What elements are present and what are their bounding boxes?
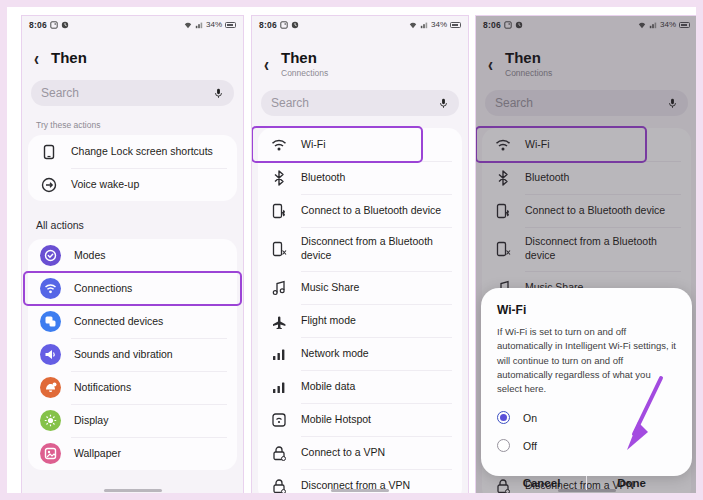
signal-bars-icon <box>270 345 288 363</box>
wifi-icon <box>270 136 288 154</box>
wifi-status-icon <box>184 21 192 29</box>
notifications-icon <box>40 377 61 398</box>
section-label-try: Try these actions <box>36 120 243 130</box>
screenshot-canvas: 8:06 34% ‹ Then Search Try these actions… <box>0 0 703 500</box>
cancel-button[interactable]: Cancel <box>497 470 586 496</box>
wifi-status-icon <box>409 21 417 29</box>
bluetooth-disconnect-icon <box>270 240 288 258</box>
list-item-label: Connect to a VPN <box>301 438 385 468</box>
connections-wifi-icon <box>40 278 61 299</box>
list-item-label: Connections <box>74 274 132 304</box>
list-item-label: Wallpaper <box>74 439 121 469</box>
list-item[interactable]: Flight mode <box>258 304 462 337</box>
list-item[interactable]: Modes <box>28 239 237 272</box>
list-item-label: Connected devices <box>74 307 163 337</box>
list-item[interactable]: Wallpaper <box>28 437 237 470</box>
microphone-icon[interactable] <box>438 98 449 109</box>
wallpaper-icon <box>40 443 61 464</box>
display-sun-icon <box>40 410 61 431</box>
status-time: 8:06 <box>29 20 47 30</box>
list-item[interactable]: Voice wake-up <box>28 168 237 201</box>
list-item-label: Mobile data <box>301 372 355 402</box>
list-item[interactable]: Mobile data <box>258 370 462 403</box>
back-chevron-icon[interactable]: ‹ <box>34 47 39 68</box>
list-item[interactable]: Network mode <box>258 337 462 370</box>
list-item[interactable]: Notifications <box>28 371 237 404</box>
list-item[interactable]: Connections <box>28 272 237 305</box>
dialog-body-text: If Wi-Fi is set to turn on and off autom… <box>497 325 676 396</box>
list-item[interactable]: Display <box>28 404 237 437</box>
list-item[interactable]: Mobile Hotspot <box>258 403 462 436</box>
vpn-lock-icon <box>270 444 288 462</box>
battery-percent: 34% <box>431 20 447 29</box>
bluetooth-connect-icon <box>270 202 288 220</box>
battery-icon <box>225 22 236 28</box>
radio-option-on[interactable]: On <box>497 411 676 424</box>
page-title: Then <box>51 49 87 66</box>
list-item[interactable]: Disconnect from a Bluetooth device <box>258 227 462 271</box>
vpn-lock-icon <box>270 477 288 495</box>
gesture-bar[interactable] <box>104 489 162 493</box>
radio-option-off[interactable]: Off <box>497 439 676 452</box>
radio-unselected-icon[interactable] <box>497 439 510 452</box>
radio-selected-icon[interactable] <box>497 411 510 424</box>
status-bar: 8:06 34% <box>22 16 243 33</box>
hotspot-icon <box>270 411 288 429</box>
done-button[interactable]: Done <box>587 470 676 496</box>
clock-app-icon <box>291 21 299 29</box>
list-item[interactable]: Sounds and vibration <box>28 338 237 371</box>
dialog-buttons: Cancel Done <box>497 470 676 496</box>
signal-status-icon <box>195 21 203 29</box>
gallery-icon <box>280 21 288 29</box>
list-item-label: Modes <box>74 241 106 271</box>
modes-icon <box>40 245 61 266</box>
status-time: 8:06 <box>259 20 277 30</box>
list-item[interactable]: Bluetooth <box>258 161 462 194</box>
list-item[interactable]: Connected devices <box>28 305 237 338</box>
list-item-label: Bluetooth <box>301 163 345 193</box>
back-chevron-icon[interactable]: ‹ <box>264 53 269 74</box>
bluetooth-icon <box>270 169 288 187</box>
clock-app-icon <box>61 21 69 29</box>
header: ‹ Then <box>22 33 243 76</box>
radio-label: Off <box>523 440 537 452</box>
list-item-label: Sounds and vibration <box>74 340 173 370</box>
signal-status-icon <box>420 21 428 29</box>
battery-percent: 34% <box>206 20 222 29</box>
list-item-label: Connect to a Bluetooth device <box>301 196 441 226</box>
list-item-label: Display <box>74 406 108 436</box>
phone-screen-then-actions: 8:06 34% ‹ Then Search Try these actions… <box>21 15 244 499</box>
signal-bars-icon <box>270 378 288 396</box>
section-label-all: All actions <box>36 219 243 231</box>
search-input[interactable]: Search <box>31 80 234 106</box>
wifi-dialog: Wi-Fi If Wi-Fi is set to turn on and off… <box>481 288 692 476</box>
battery-icon <box>450 22 461 28</box>
list-item[interactable]: Music Share <box>258 271 462 304</box>
list-item-label: Mobile Hotspot <box>301 405 371 435</box>
list-item-label: Wi-Fi <box>301 130 326 160</box>
music-share-icon <box>270 279 288 297</box>
list-item-label: Flight mode <box>301 306 356 336</box>
list-item-label: Disconnect from a Bluetooth device <box>301 227 450 270</box>
list-item-label: Music Share <box>301 273 359 303</box>
page-subtitle: Connections <box>281 68 328 78</box>
list-item[interactable]: Change Lock screen shortcuts <box>28 135 237 168</box>
all-actions-card: ModesConnectionsConnected devicesSounds … <box>28 239 237 470</box>
list-item[interactable]: Wi-Fi <box>258 128 462 161</box>
list-item[interactable]: Connect to a VPN <box>258 436 462 469</box>
connections-actions-card: Wi-FiBluetoothConnect to a Bluetooth dev… <box>258 128 462 499</box>
radio-label: On <box>523 412 537 424</box>
connected-devices-icon <box>40 311 61 332</box>
page-title: Then <box>281 49 328 66</box>
list-item-label: Disconnect from a VPN <box>301 471 410 499</box>
try-actions-card: Change Lock screen shortcutsVoice wake-u… <box>28 135 237 201</box>
list-item-label: Notifications <box>74 373 131 403</box>
voice-wakeup-icon <box>40 176 58 194</box>
flight-mode-icon <box>270 312 288 330</box>
gallery-icon <box>50 21 58 29</box>
gesture-bar[interactable] <box>331 489 389 493</box>
list-item[interactable]: Connect to a Bluetooth device <box>258 194 462 227</box>
microphone-icon[interactable] <box>213 88 224 99</box>
list-item[interactable]: Disconnect from a VPN <box>258 469 462 499</box>
search-input[interactable]: Search <box>261 90 459 116</box>
